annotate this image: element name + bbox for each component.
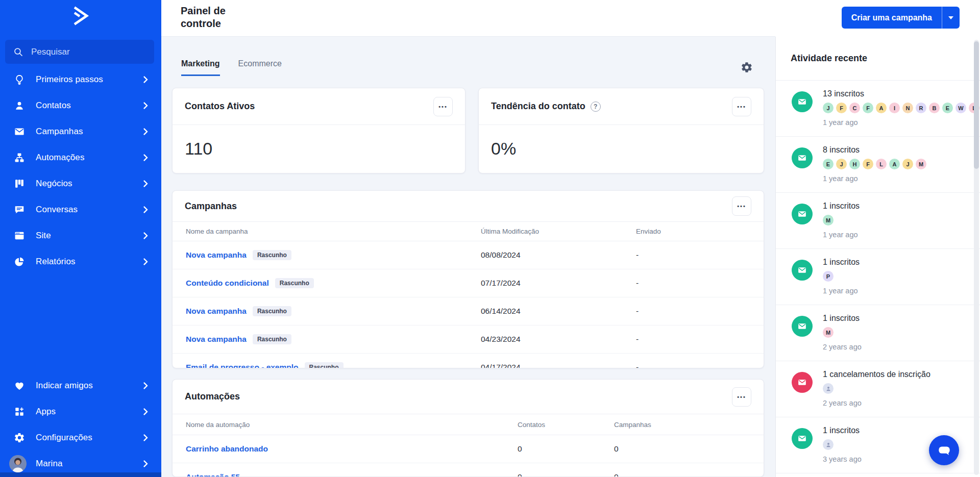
active-contacts-card: Contatos Ativos 110 xyxy=(172,88,465,173)
sidebar-item[interactable]: Negócios xyxy=(0,170,161,196)
sidebar-item[interactable]: Apps xyxy=(0,398,161,424)
envelope-icon xyxy=(792,428,813,449)
campaign-link[interactable]: Conteúdo condicional xyxy=(186,279,269,288)
create-campaign-button[interactable]: Criar uma campanha xyxy=(842,7,942,29)
table-row: Carrinho abandonado 0 0 xyxy=(173,435,764,463)
tab[interactable]: Marketing xyxy=(181,59,220,76)
person-avatar-icon xyxy=(823,383,834,394)
chat-widget-button[interactable] xyxy=(929,435,959,465)
campaigns-count: 0 xyxy=(614,444,764,454)
activity-avatars: M xyxy=(823,215,975,225)
sidebar-item[interactable]: Site xyxy=(0,222,161,248)
create-campaign-dropdown-button[interactable] xyxy=(942,7,960,29)
sidebar-item[interactable]: Relatórios xyxy=(0,248,161,274)
gear-icon xyxy=(13,432,26,444)
contacts-count: 0 xyxy=(518,444,614,454)
campaigns-table-header: Nome da campanha Última Modificação Envi… xyxy=(173,222,764,241)
activity-text: 1 inscritos xyxy=(823,314,975,323)
chevron-right-icon xyxy=(143,382,148,389)
sidebar-item-label: Apps xyxy=(36,407,56,417)
contact-avatar: F xyxy=(863,103,873,113)
modified-date: 07/17/2024 xyxy=(481,279,636,288)
campaigns-card: Campanhas Nome da campanha Última Modifi… xyxy=(172,190,764,368)
person-icon xyxy=(13,99,26,112)
help-icon[interactable] xyxy=(591,102,601,112)
active-contacts-value: 110 xyxy=(173,125,465,159)
dashboard-settings-gear-icon[interactable] xyxy=(741,61,753,73)
envelope-icon xyxy=(792,316,813,337)
contact-avatar: F xyxy=(836,103,847,113)
chat-icon xyxy=(13,204,26,216)
more-options-button[interactable] xyxy=(732,97,751,116)
activecampaign-logo[interactable] xyxy=(0,5,161,27)
scrollbar-track[interactable] xyxy=(974,40,979,475)
contact-avatar: B xyxy=(929,103,940,113)
sidebar-item[interactable]: Campanhas xyxy=(0,118,161,144)
campaign-link[interactable]: Nova campanha xyxy=(186,335,247,344)
card-title: Campanhas xyxy=(185,201,237,212)
sent-value: - xyxy=(636,250,764,260)
activity-timestamp: 1 year ago xyxy=(823,174,975,183)
column-header: Campanhas xyxy=(614,421,764,429)
contact-avatar: E xyxy=(823,159,834,169)
activity-timestamp: 2 years ago xyxy=(823,399,975,407)
activity-item: 13 inscritos JFCFAINRBEWLL 1 year ago xyxy=(776,81,980,137)
activity-timestamp: 1 year ago xyxy=(823,287,975,295)
column-header: Nome da campanha xyxy=(173,228,481,235)
chevron-right-icon xyxy=(143,460,148,467)
chevron-right-icon xyxy=(143,76,148,83)
person-avatar-icon xyxy=(823,439,834,450)
table-row: Nova campanha Rascunho 08/08/2024 - xyxy=(173,241,764,269)
user-avatar xyxy=(9,455,27,472)
sidebar-search[interactable] xyxy=(5,40,154,64)
campaign-link[interactable]: Email de progresso - exemplo xyxy=(186,363,299,368)
status-badge: Rascunho xyxy=(275,278,314,288)
more-options-button[interactable] xyxy=(732,387,751,407)
contact-avatar: J xyxy=(836,159,847,169)
sidebar-item[interactable]: Configurações xyxy=(0,424,161,450)
sidebar-item[interactable]: Indicar amigos xyxy=(0,372,161,398)
sidebar-item-label: Automações xyxy=(36,153,85,163)
table-row: Email de progresso - exemplo Rascunho 04… xyxy=(173,354,764,368)
column-header: Enviado xyxy=(636,228,764,235)
table-row: Nova campanha Rascunho 06/14/2024 - xyxy=(173,297,764,325)
envelope-icon xyxy=(792,260,813,281)
column-header: Nome da automação xyxy=(173,421,518,429)
dashboard-tabs: Marketing Ecommerce xyxy=(181,59,282,76)
sidebar-item[interactable]: Primeiros passos xyxy=(0,66,161,92)
sidebar-bottom-strip xyxy=(0,472,161,477)
campaign-link[interactable]: Nova campanha xyxy=(186,250,247,260)
contact-trend-value: 0% xyxy=(479,125,764,159)
activity-text: 1 inscritos xyxy=(823,202,975,211)
campaign-link[interactable]: Nova campanha xyxy=(186,307,247,316)
top-bar-right: Criar uma campanha xyxy=(775,0,980,37)
sidebar-item-label: Relatórios xyxy=(36,257,76,267)
automation-link[interactable]: Carrinho abandonado xyxy=(186,444,268,454)
sidebar-item[interactable]: Conversas xyxy=(0,196,161,222)
activity-text: 13 inscritos xyxy=(823,89,975,98)
card-title: Automações xyxy=(185,391,240,402)
envelope-icon xyxy=(792,204,813,224)
sent-value: - xyxy=(636,335,764,344)
apps-grid-icon xyxy=(13,406,26,418)
contact-avatar: M xyxy=(916,159,926,169)
more-options-button[interactable] xyxy=(433,97,453,116)
search-input[interactable] xyxy=(30,46,146,58)
tab[interactable]: Ecommerce xyxy=(238,59,282,76)
chevron-right-icon xyxy=(143,206,148,213)
modified-date: 04/17/2024 xyxy=(481,363,636,368)
activity-timestamp: 1 year ago xyxy=(823,231,975,239)
chevron-right-icon xyxy=(143,232,148,239)
scrollbar-thumb[interactable] xyxy=(974,41,979,169)
sidebar-item[interactable]: Contatos xyxy=(0,92,161,118)
user-name: Marina xyxy=(36,459,63,469)
activity-avatars: EJHFLAJM xyxy=(823,159,975,169)
search-icon xyxy=(13,46,23,57)
activity-timestamp: 1 year ago xyxy=(823,118,975,127)
sidebar-item[interactable]: Automações xyxy=(0,144,161,170)
automation-link[interactable]: Automação 55 xyxy=(186,472,240,477)
contact-avatar: M xyxy=(823,327,834,338)
sent-value: - xyxy=(636,279,764,288)
more-options-button[interactable] xyxy=(732,196,751,216)
activity-text: 1 cancelamentos de inscrição xyxy=(823,370,975,379)
